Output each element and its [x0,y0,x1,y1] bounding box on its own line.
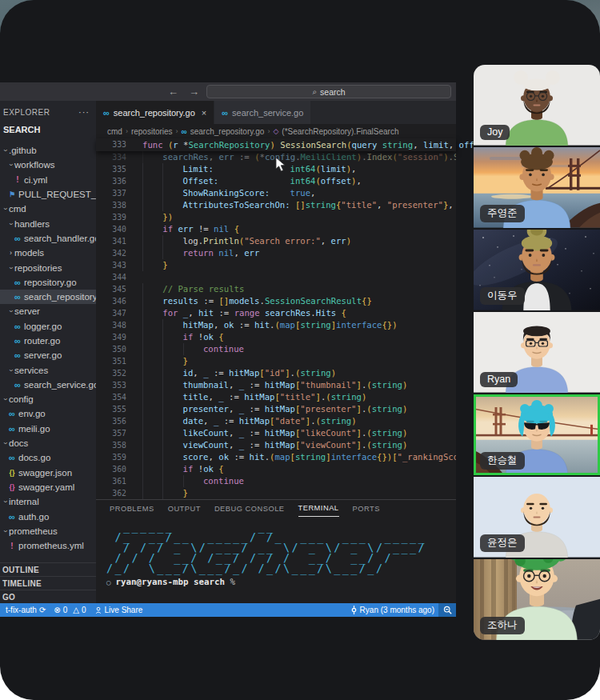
participant-name: Joy [480,125,510,140]
editor-tab-search_repository.go[interactable]: ∞search_repository.go× [96,101,214,124]
live-share-button[interactable]: Live Share [90,603,147,617]
search-icon: ⌕ [312,87,317,97]
bottom-panel: PROBLEMSOUTPUTDEBUG CONSOLETERMINALPORTS… [96,499,456,603]
chevron-icon: › [7,307,14,315]
code-line-342: 342return nil, err [96,247,456,259]
participant-tile-6[interactable]: 윤정은 [474,477,600,558]
chevron-icon: › [2,146,9,154]
panel-tab-terminal[interactable]: TERMINAL [298,500,339,517]
participant-tile-2[interactable]: 주영준 [474,147,600,228]
code-line-341: 341log.Println("Search error:", err) [96,235,456,247]
tree-item-docs-go[interactable]: ∞docs.go [0,450,96,465]
problems-summary[interactable]: ⊗0 △0 [50,603,90,617]
file-type-icon: ∞ [13,336,22,346]
tree-item-auth-go[interactable]: ∞auth.go [0,509,96,523]
tree-item-ci-yml[interactable]: !ci.yml [0,173,96,187]
code-editor[interactable]: 334searchRes, err := (*config.MeiliClien… [96,151,456,499]
participant-tile-3[interactable]: 이동우 [474,230,600,310]
participant-name: Ryan [480,372,518,387]
tree-item-repository-go[interactable]: ∞repository.go [0,275,96,290]
search-label: search [320,87,346,97]
tree-item-logger-go[interactable]: ∞logger.go [0,319,96,334]
zoom-indicator[interactable] [438,603,456,617]
tree-item-cmd[interactable]: ›cmd [0,202,96,216]
participant-tile-4[interactable]: Ryan [474,312,600,393]
panel-tab-debug-console[interactable]: DEBUG CONSOLE [214,500,285,517]
editor-tab-search_service.go[interactable]: ∞search_service.go [214,101,310,124]
file-type-icon: ∞ [7,453,17,462]
participant-tile-1[interactable]: Joy [474,65,600,146]
sidebar-section-go[interactable]: GO [0,590,96,603]
file-type-icon: ∞ [7,424,17,434]
code-line-350: 350continue [96,343,456,355]
tree-item--github[interactable]: ›.github [0,143,96,158]
breadcrumb[interactable]: cmd›repositories›∞search_repository.go›◇… [96,124,456,138]
tree-item-search-repository-[interactable]: ∞search_repository... [0,290,96,304]
tree-item-search-service-go[interactable]: ∞search_service.go [0,378,96,392]
tree-item-PULL-REQUEST-T-[interactable]: ⚑PULL_REQUEST_T... [0,187,96,202]
tree-item-repositories[interactable]: ›repositories [0,260,96,274]
chevron-icon: › [2,395,9,403]
tree-item-workflows[interactable]: ›workflows [0,158,96,172]
tree-item-prometheus[interactable]: ›prometheus [0,524,96,538]
sidebar-section-outline[interactable]: OUTLINE [0,562,96,576]
tree-item-prometheus-yml[interactable]: !prometheus.yml [0,538,96,553]
file-type-icon: ! [13,175,22,184]
tree-item-services[interactable]: ›services [0,362,96,377]
breadcrumb-item[interactable]: (*SearchRepository).FinalSearch [282,127,398,136]
screen-background: ← → ⌕ search EXPLORER ··· SEARCH ›.githu… [0,0,600,700]
breadcrumb-item[interactable]: repositories [131,127,173,136]
tree-item-models[interactable]: ›models [0,246,96,260]
tree-item-docs[interactable]: ›docs [0,436,96,450]
file-type-icon: ∞ [7,409,17,418]
file-type-icon: ∞ [7,512,17,522]
chevron-icon: › [7,366,14,374]
explorer-sidebar: EXPLORER ··· SEARCH ›.github›workflows!c… [0,101,96,603]
panel-tab-output[interactable]: OUTPUT [168,500,201,517]
code-line-362: 362} [96,487,456,499]
close-tab-icon[interactable]: × [202,108,206,118]
participant-name: 주영준 [480,205,525,222]
tree-item-search-handler-go[interactable]: ∞search_handler.go [0,231,96,246]
tree-item-swagger-yaml[interactable]: {}swagger.yaml [0,480,96,494]
participant-tile-7[interactable]: 조하나 [474,559,600,640]
tree-item-handlers[interactable]: ›handlers [0,216,96,230]
explorer-actions-icon[interactable]: ··· [78,107,90,117]
code-line-359: 359score, ok := hit.(map[string]interfac… [96,451,456,463]
magnifier-icon [443,606,452,614]
chevron-icon: › [7,264,14,272]
file-type-icon: {} [7,483,17,491]
sidebar-section-timeline[interactable]: TIMELINE [0,576,96,590]
tree-item-server[interactable]: ›server [0,304,96,318]
tree-item-env-go[interactable]: ∞env.go [0,406,96,421]
tree-item-server-go[interactable]: ∞server.go [0,348,96,362]
command-center-search[interactable]: ⌕ search [206,85,451,98]
workspace-root[interactable]: SEARCH [0,122,96,138]
chevron-icon: › [7,220,14,228]
file-type-icon: ∞ [13,292,22,302]
code-line-348: 348hitMap, ok := hit.(map[string]interfa… [96,319,456,331]
participant-tile-5[interactable]: 한승철 [474,394,600,475]
nav-back-icon[interactable]: ← [168,85,178,98]
code-line-360: 360if !ok { [96,463,456,475]
tree-item-internal[interactable]: ›internal [0,494,96,509]
file-type-icon: ∞ [13,278,22,287]
tree-item-meili-go[interactable]: ∞meili.go [0,422,96,436]
tree-item-swagger-json[interactable]: {}swagger.json [0,466,96,480]
code-line-333: 333func (r *SearchRepository) SessionSea… [96,138,456,151]
file-tree: ›.github›workflows!ci.yml⚑PULL_REQUEST_T… [0,143,96,553]
panel-tab-ports[interactable]: PORTS [353,500,380,517]
git-branch[interactable]: t-fix-auth⟳ [2,603,50,617]
code-line-361: 361continue [96,475,456,487]
commit-icon [350,606,358,614]
blame-info[interactable]: Ryan (3 months ago) [346,603,438,617]
panel-tab-problems[interactable]: PROBLEMS [110,500,154,517]
tree-item-config[interactable]: ›config [0,392,96,406]
breadcrumb-item[interactable]: cmd [107,127,122,136]
terminal-prompt[interactable]: ○ ryan@ryans-mbp search % [96,577,456,587]
tree-item-router-go[interactable]: ∞router.go [0,334,96,348]
mouse-cursor [275,157,286,173]
code-line-351: 351} [96,355,456,367]
breadcrumb-item[interactable]: search_repository.go [190,127,265,136]
nav-forward-icon[interactable]: → [189,85,199,98]
